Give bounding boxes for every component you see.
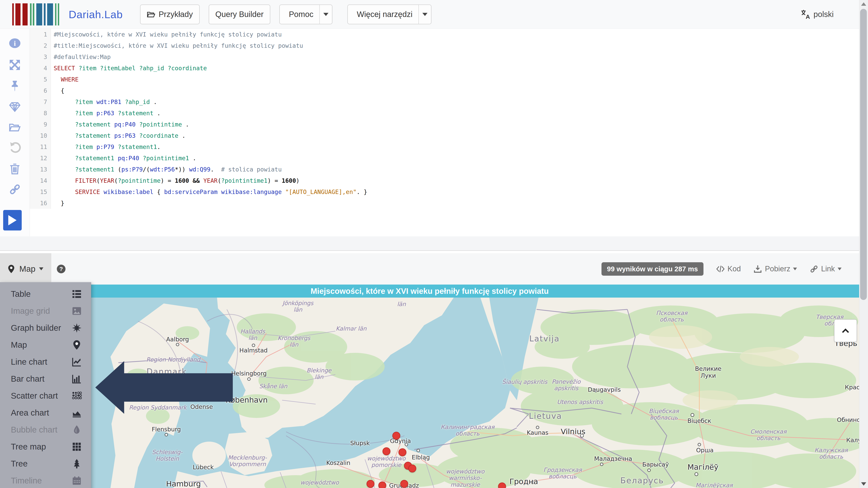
sparql-code-area[interactable]: 1#Miejscowości, które w XVI wieku pełnił… — [30, 29, 859, 236]
scroll-down-arrow[interactable] — [861, 482, 866, 486]
code-line: 11 ?item p:P79 ?statement1. — [30, 141, 859, 153]
more-tools-button[interactable]: Więcej narzędzi — [348, 5, 418, 24]
code-text: ?item wdt:P81 ?ahp_id . — [51, 96, 157, 108]
code-button[interactable]: Kod — [716, 265, 741, 273]
view-selector-dropdown: TableImage gridGraph builderMapLine char… — [0, 282, 91, 488]
view-menu-item-scatter-chart[interactable]: Scatter chart — [0, 387, 91, 404]
query-builder-label: Query Builder — [215, 10, 264, 19]
view-menu-item-bubble-chart: Bubble chart — [0, 421, 91, 438]
line-number: 5 — [30, 74, 51, 85]
code-text: #title:Miejscowości, które w XVI wieku p… — [51, 40, 303, 51]
page-scrollbar — [859, 0, 868, 488]
code-line: 10 ?statement ps:P63 ?coordinate . — [30, 130, 859, 141]
format-gem-icon[interactable] — [9, 101, 21, 113]
view-menu-item-label: Line chart — [11, 357, 72, 367]
download-button[interactable]: Pobierz — [753, 265, 797, 273]
scroll-up-arrow[interactable] — [861, 2, 866, 6]
code-line: 8 ?item p:P63 ?statement . — [30, 108, 859, 119]
code-icon — [716, 265, 725, 273]
query-builder-button[interactable]: Query Builder — [209, 4, 271, 24]
view-menu-item-label: Table — [11, 289, 72, 299]
wikidata-query-ui: Dariah.Lab Przykłady Query Builder ? Pom… — [0, 0, 868, 488]
scrollbar-thumb[interactable] — [860, 9, 867, 300]
bar-chart-icon — [72, 374, 82, 384]
code-line: 3#defaultView:Map — [30, 51, 859, 63]
view-selector-button[interactable]: Map — [0, 253, 51, 284]
table-icon — [72, 289, 82, 299]
info-icon[interactable]: i — [9, 37, 21, 49]
help-button-group: ? Pomoc — [279, 4, 332, 24]
results-count-badge: 99 wyników w ciągu 287 ms — [601, 262, 704, 276]
code-text: ?item p:P63 ?statement . — [51, 108, 161, 119]
results-actions: 99 wyników w ciągu 287 ms Kod Pobierz Li… — [601, 262, 842, 276]
more-tools-label: Więcej narzędzi — [357, 10, 412, 19]
link-icon — [810, 265, 818, 273]
code-text: ?item p:P79 ?statement1. — [51, 141, 161, 153]
share-link-icon[interactable] — [9, 183, 21, 195]
help-button[interactable]: ? Pomoc — [280, 5, 319, 24]
view-menu-item-table[interactable]: Table — [0, 285, 91, 303]
caret-down-icon — [39, 267, 43, 270]
code-line: 1#Miejscowości, które w XVI wieku pełnił… — [30, 29, 859, 40]
code-line: 6 { — [30, 85, 859, 96]
more-tools-dropdown-toggle[interactable] — [418, 5, 431, 24]
run-query-button[interactable] — [3, 210, 22, 231]
view-menu-item-tree-map[interactable]: Tree map — [0, 438, 91, 455]
examples-label: Przykłady — [159, 10, 193, 19]
code-text: SELECT ?item ?itemLabel ?ahp_id ?coordin… — [51, 63, 207, 74]
area-chart-icon — [72, 408, 82, 418]
code-line: 4SELECT ?item ?itemLabel ?ahp_id ?coordi… — [30, 63, 859, 74]
brand-title[interactable]: Dariah.Lab — [69, 8, 123, 21]
caret-down-icon — [838, 268, 842, 270]
view-help-icon[interactable]: ? — [56, 264, 66, 274]
line-number: 16 — [30, 197, 51, 209]
asterisk-icon — [72, 323, 82, 333]
line-number: 15 — [30, 186, 51, 197]
line-number: 11 — [30, 141, 51, 153]
scatter-icon — [72, 391, 82, 401]
line-number: 14 — [30, 175, 51, 186]
view-menu-item-bar-chart[interactable]: Bar chart — [0, 370, 91, 387]
map-collapse-button[interactable] — [834, 319, 857, 342]
link-button[interactable]: Link — [810, 265, 842, 273]
caret-down-icon — [323, 13, 329, 16]
result-marker[interactable] — [400, 480, 408, 488]
view-menu-item-graph-builder[interactable]: Graph builder — [0, 319, 91, 336]
pin-icon[interactable] — [9, 80, 21, 92]
query-editor: i 1#Miejscowości, które w XVI wieku pełn… — [0, 29, 859, 236]
result-marker[interactable] — [392, 432, 400, 440]
view-menu-item-line-chart[interactable]: Line chart — [0, 354, 91, 370]
open-folder-icon[interactable] — [9, 121, 21, 133]
code-text: FILTER(YEAR(?pointintime) = 1600 && YEAR… — [51, 175, 300, 186]
line-number: 9 — [30, 119, 51, 130]
result-marker[interactable] — [408, 464, 416, 472]
view-menu-item-label: Scatter chart — [11, 391, 72, 401]
calendar-icon — [72, 476, 82, 486]
result-marker[interactable] — [378, 482, 386, 488]
line-number: 8 — [30, 108, 51, 119]
examples-button[interactable]: Przykłady — [140, 4, 199, 24]
language-selector[interactable]: A polski — [801, 9, 834, 20]
view-menu-item-area-chart[interactable]: Area chart — [0, 404, 91, 421]
svg-text:A: A — [806, 13, 810, 19]
code-text: ?statement pq:P40 ?pointintime . — [51, 119, 189, 130]
language-label: polski — [813, 10, 834, 19]
view-menu-item-label: Bubble chart — [11, 425, 72, 434]
help-dropdown-toggle[interactable] — [319, 5, 332, 24]
editor-toolbar-rail: i — [0, 29, 30, 236]
chevron-up-icon — [840, 326, 850, 336]
result-marker[interactable] — [367, 480, 374, 488]
dariah-lab-logo[interactable] — [12, 3, 59, 26]
svg-text:i: i — [14, 39, 16, 48]
result-marker[interactable] — [399, 448, 406, 456]
line-number: 3 — [30, 51, 51, 63]
trash-icon[interactable] — [9, 162, 21, 175]
view-menu-item-map[interactable]: Map — [0, 336, 91, 354]
editor-resize-strip[interactable] — [0, 236, 859, 251]
code-text: #defaultView:Map — [51, 51, 111, 63]
result-marker[interactable] — [382, 447, 391, 455]
map-pin-icon — [72, 340, 82, 350]
fullscreen-icon[interactable] — [9, 59, 21, 71]
view-menu-item-tree[interactable]: Tree — [0, 455, 91, 472]
more-tools-button-group: Więcej narzędzi — [347, 4, 431, 24]
